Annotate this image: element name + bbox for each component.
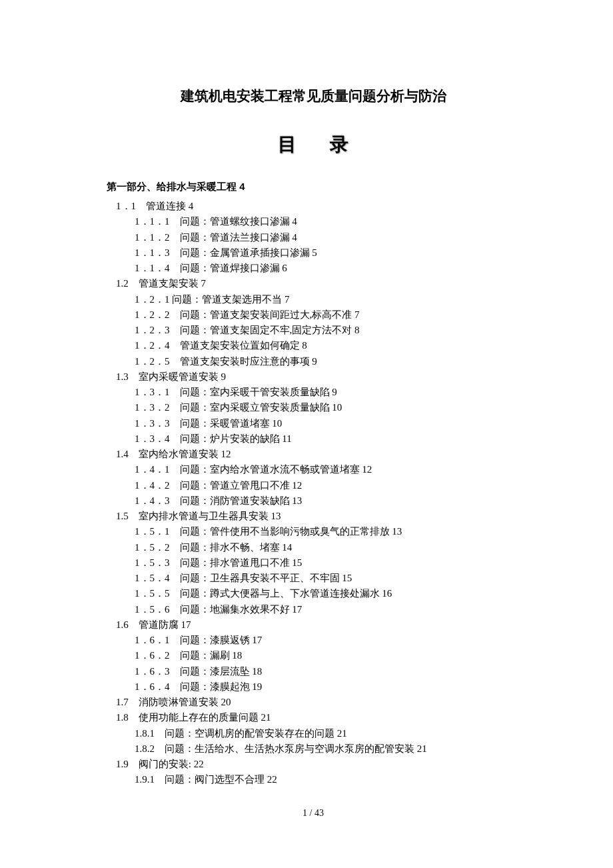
toc-entry: 1．4．1 问题：室内给水管道水流不畅或管道堵塞 12 [107, 462, 520, 477]
toc-entry: 1．1．3 问题：金属管道承插接口渗漏 5 [107, 245, 520, 261]
toc-entry: 1．1．2 问题：管道法兰接口渗漏 4 [107, 230, 520, 245]
page-number: 1 / 43 [107, 808, 520, 819]
toc-entry: 1．5．3 问题：排水管道甩口不准 15 [107, 555, 520, 571]
toc-list: 1．1 管道连接 41．1．1 问题：管道螺纹接口渗漏 41．1．2 问题：管道… [107, 199, 520, 788]
toc-entry: 1.5 室内排水管道与卫生器具安装 13 [107, 509, 520, 524]
toc-entry: 1．6．3 问题：漆层流坠 18 [107, 664, 520, 679]
toc-entry: 1.9.1 问题：阀门选型不合理 22 [107, 772, 520, 787]
toc-entry: 1．4．3 问题：消防管道安装缺陷 13 [107, 493, 520, 509]
toc-entry: 1．1 管道连接 4 [107, 199, 520, 214]
toc-entry: 1．2．3 问题：管道支架固定不牢,固定方法不对 8 [107, 323, 520, 338]
toc-entry: 1.4 室内给水管道安装 12 [107, 447, 520, 462]
toc-entry: 1．2．5 管道支架安装时应注意的事项 9 [107, 354, 520, 369]
part-heading: 第一部分、给排水与采暖工程 4 [107, 181, 520, 193]
toc-entry: 1．2．1 问题：管道支架选用不当 7 [107, 292, 520, 307]
toc-entry: 1.8.2 问题：生活给水、生活热水泵房与空调水泵房的配管安装 21 [107, 741, 520, 757]
toc-entry: 1．3．3 问题：采暖管道堵塞 10 [107, 416, 520, 431]
toc-entry: 1.8.1 问题：空调机房的配管安装存在的问题 21 [107, 726, 520, 741]
toc-entry: 1．3．4 问题：炉片安装的缺陷 11 [107, 431, 520, 447]
toc-heading: 目录 [107, 132, 520, 157]
toc-entry: 1.9 阀门的安装: 22 [107, 757, 520, 772]
toc-entry: 1．6．2 问题：漏刷 18 [107, 648, 520, 663]
toc-entry: 1．6．1 问题：漆膜返锈 17 [107, 633, 520, 648]
toc-entry: 1．5．6 问题：地漏集水效果不好 17 [107, 602, 520, 617]
toc-entry: 1.3 室内采暖管道安装 9 [107, 369, 520, 385]
toc-entry: 1．1．1 问题：管道螺纹接口渗漏 4 [107, 214, 520, 229]
toc-entry: 1．5．5 问题：蹲式大便器与上、下水管道连接处漏水 16 [107, 586, 520, 601]
toc-entry: 1．6．4 问题：漆膜起泡 19 [107, 679, 520, 695]
toc-entry: 1．3．1 问题：室内采暖干管安装质量缺陷 9 [107, 385, 520, 400]
toc-entry: 1．5．4 问题：卫生器具安装不平正、不牢固 15 [107, 571, 520, 586]
toc-entry: 1．4．2 问题：管道立管甩口不准 12 [107, 478, 520, 493]
toc-entry: 1.6 管道防腐 17 [107, 617, 520, 633]
toc-entry: 1．5．2 问题：排水不畅、堵塞 14 [107, 540, 520, 555]
toc-entry: 1．3．2 问题：室内采暖立管安装质量缺陷 10 [107, 400, 520, 415]
toc-entry: 1．5．1 问题：管件使用不当影响污物或臭气的正常排放 13 [107, 524, 520, 539]
toc-entry: 1.8 使用功能上存在的质量问题 21 [107, 710, 520, 725]
toc-entry: 1.7 消防喷淋管道安装 20 [107, 695, 520, 710]
toc-entry: 1．2．4 管道支架安装位置如何确定 8 [107, 338, 520, 353]
document-page: 建筑机电安装工程常见质量问题分析与防治 目录 第一部分、给排水与采暖工程 4 1… [0, 0, 613, 845]
toc-entry: 1.2 管道支架安装 7 [107, 276, 520, 291]
toc-entry: 1．2．2 问题：管道支架安装间距过大,标高不准 7 [107, 307, 520, 323]
toc-entry: 1．1．4 问题：管道焊接口渗漏 6 [107, 261, 520, 276]
document-title: 建筑机电安装工程常见质量问题分析与防治 [107, 87, 520, 105]
